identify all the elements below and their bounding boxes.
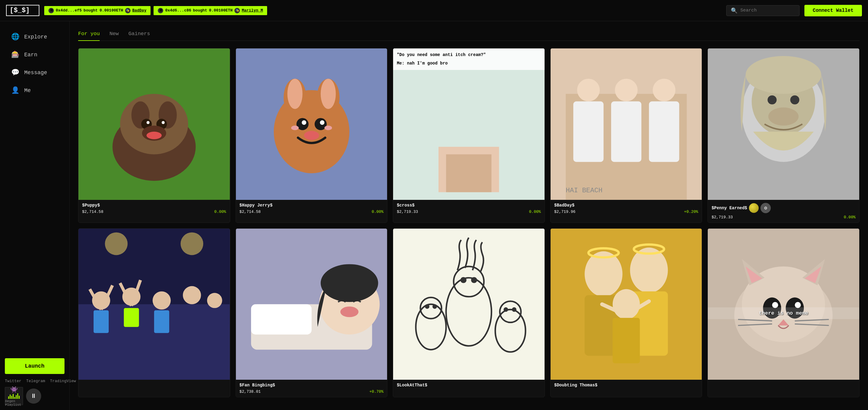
svg-point-99: [795, 302, 801, 308]
meme-info-fan-bingbing: $Fan Bingbing$ $2,738.01 +0.70%: [236, 380, 388, 397]
sidebar-item-earn[interactable]: 🎰 Earn: [2, 46, 67, 63]
search-wrap[interactable]: 🔍: [726, 5, 800, 16]
svg-rect-29: [573, 101, 603, 162]
meme-card-doubting-thomas[interactable]: $Doubting Thomas$: [550, 228, 702, 398]
meme-card-lookat[interactable]: $LookAtThat$: [393, 228, 545, 398]
player-thumbnail[interactable]: 👾 Degen Playlist: [5, 387, 23, 405]
svg-point-64: [320, 264, 378, 302]
meme-image-fan: [79, 229, 230, 380]
svg-rect-65: [393, 229, 545, 380]
meme-name-lookat: $LookAtThat$: [397, 383, 541, 387]
sidebar-label-earn: Earn: [24, 52, 37, 58]
logo: [$_$]: [6, 5, 39, 16]
meme-card-fan[interactable]: [78, 228, 230, 398]
bar-1: [8, 397, 9, 399]
svg-rect-54: [94, 310, 109, 333]
meme-card-penny-earned[interactable]: $Penny Earned$ ⚙️ $2,719.33 0.00%: [708, 48, 860, 223]
bar-8: [19, 396, 20, 399]
sidebar-label-message: Message: [24, 70, 47, 76]
player-area: 👾 Degen Playlist ⏸: [5, 387, 64, 405]
topbar: [$_$] 🖼 0x4dd...ef5 bought 0.00100ETH 🎭 …: [0, 0, 868, 21]
meme-image-lookat: [393, 229, 545, 380]
meme-info-fan: [79, 380, 230, 387]
meme-change-cross: 0.00%: [529, 210, 541, 214]
svg-point-42: [746, 56, 822, 94]
svg-point-69: [471, 277, 477, 283]
svg-text:HAI BEACH: HAI BEACH: [566, 187, 602, 194]
launch-button[interactable]: Launch: [5, 358, 64, 374]
bar-3: [11, 396, 12, 399]
meme-card-puppy[interactable]: $Puppy$ $2,714.58 0.00%: [78, 48, 230, 223]
svg-point-34: [653, 79, 675, 101]
svg-rect-26: [446, 154, 492, 192]
meme-card-cross[interactable]: "Do you need some anti itch cream?" Me: …: [393, 48, 545, 223]
footer-links: Twitter Telegram TradingView: [5, 379, 64, 383]
tab-new[interactable]: New: [109, 28, 119, 41]
main-content: For you New Gainers: [70, 21, 868, 410]
svg-point-49: [207, 293, 222, 308]
message-icon: 💬: [11, 68, 20, 76]
meme-card-happy-jerry[interactable]: $Happy Jerry$ $2,714.58 0.00%: [236, 48, 388, 223]
meme-image-doubting-thomas: [551, 229, 702, 380]
ticker-item-1[interactable]: 🖼 0x4dd...ef5 bought 0.00100ETH 🎭 BadDay: [44, 6, 151, 15]
svg-point-77: [512, 307, 516, 312]
connect-wallet-button[interactable]: Connect Wallet: [804, 5, 862, 17]
meme-change-badday: +0.20%: [684, 210, 699, 214]
meme-image-puppy: [79, 49, 230, 200]
sidebar-item-explore[interactable]: 🌐 Explore: [2, 28, 67, 45]
meme-image-badday: HAI BEACH: [551, 49, 702, 200]
svg-point-72: [425, 304, 430, 309]
svg-rect-30: [611, 101, 642, 162]
tab-for-you[interactable]: For you: [78, 28, 100, 41]
meme-name-fan-bingbing: $Fan Bingbing$: [240, 383, 384, 387]
ticker-token-link-1[interactable]: BadDay: [132, 8, 147, 13]
svg-point-10: [147, 132, 162, 139]
svg-point-57: [105, 232, 127, 255]
svg-point-48: [183, 286, 201, 304]
meme-cross-overlay: "Do you need some anti itch cream?" Me: …: [393, 49, 545, 70]
meme-image-no-meme: there is no meme: [708, 229, 859, 380]
meme-card-fan-bingbing[interactable]: $Fan Bingbing$ $2,738.01 +0.70%: [236, 228, 388, 398]
ticker-amount-2: 0.00100ETH: [209, 8, 232, 13]
ticker-strip: 🖼 0x4dd...ef5 bought 0.00100ETH 🎭 BadDay…: [44, 6, 721, 15]
player-play-button[interactable]: ⏸: [26, 388, 41, 404]
twitter-link[interactable]: Twitter: [5, 379, 22, 383]
meme-info-lookat: $LookAtThat$: [393, 380, 545, 392]
cross-overlay-line1: "Do you need some anti itch cream?": [397, 52, 541, 58]
meme-price-fan-bingbing: $2,738.01: [240, 389, 261, 394]
coin-badge: [749, 203, 759, 213]
ticker-token-link-2[interactable]: Marilyn M: [242, 8, 263, 13]
meme-info-penny-earned: $Penny Earned$ ⚙️ $2,719.33 0.00%: [708, 200, 859, 223]
bar-5: [14, 397, 15, 399]
sidebar-item-message[interactable]: 💬 Message: [2, 64, 67, 81]
main-layout: 🌐 Explore 🎰 Earn 💬 Message 👤 Me Launch T…: [0, 21, 868, 410]
sidebar-item-me[interactable]: 👤 Me: [2, 82, 67, 99]
bar-7: [17, 393, 18, 399]
meme-card-no-meme[interactable]: there is no meme: [708, 228, 860, 398]
meme-price-cross: $2,719.33: [397, 210, 418, 214]
player-label: Degen Playlist: [5, 400, 23, 407]
sidebar-nav: 🌐 Explore 🎰 Earn 💬 Message 👤 Me: [0, 28, 69, 353]
me-icon: 👤: [11, 86, 20, 94]
meme-change-penny-earned: 0.00%: [844, 215, 856, 220]
bar-2: [10, 395, 10, 399]
svg-point-21: [304, 131, 319, 140]
meme-no-meme-overlay: there is no meme: [708, 307, 859, 319]
meme-card-badday[interactable]: HAI BEACH $BadDay$ $2,719.96 +0.20%: [550, 48, 702, 223]
tab-gainers[interactable]: Gainers: [128, 28, 150, 41]
svg-point-15: [287, 79, 302, 109]
svg-point-2: [120, 94, 188, 154]
earn-icon: 🎰: [11, 51, 20, 59]
meme-name-puppy: $Puppy$: [82, 203, 226, 208]
svg-point-85: [613, 289, 640, 319]
svg-point-41: [768, 107, 799, 126]
meme-change-fan-bingbing: +0.70%: [369, 389, 383, 394]
search-input[interactable]: [741, 8, 795, 13]
telegram-link[interactable]: Telegram: [26, 379, 45, 383]
meme-info-cross: $cross$ $2,719.33 0.00%: [393, 200, 545, 217]
ticker-icon-1: 🖼: [49, 8, 54, 13]
svg-point-22: [291, 126, 299, 130]
tabs: For you New Gainers: [78, 28, 860, 41]
svg-point-73: [433, 304, 437, 309]
ticker-item-2[interactable]: 🖼 0x4d6...c86 bought 0.00100ETH 🎭 Marily…: [154, 6, 267, 15]
